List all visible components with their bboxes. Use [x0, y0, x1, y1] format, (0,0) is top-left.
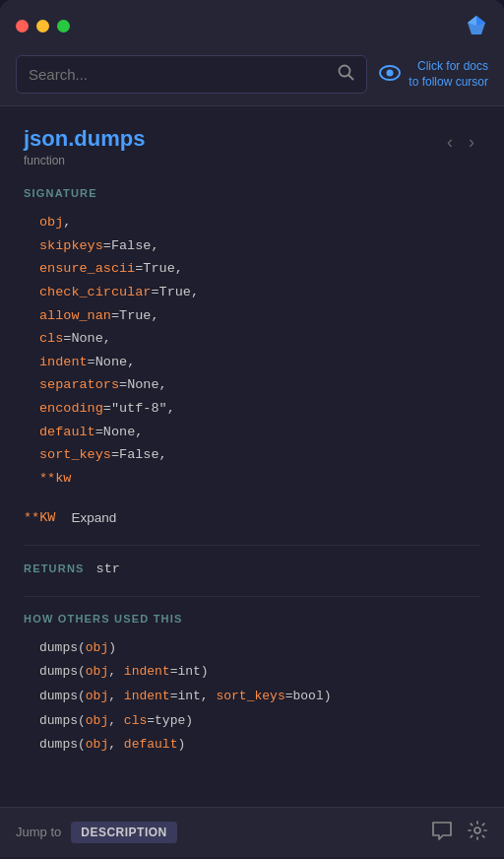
kw-label: **KW	[24, 510, 55, 525]
param-kw: **kw	[39, 467, 480, 491]
search-wrapper[interactable]	[16, 55, 367, 94]
signature-label: SIGNATURE	[24, 187, 480, 199]
param-sort-keys: sort_keys=False,	[39, 443, 480, 467]
search-input[interactable]	[29, 66, 338, 83]
title-bar	[0, 0, 504, 47]
chat-icon[interactable]	[431, 821, 453, 844]
function-type: function	[24, 154, 145, 167]
param-cls: cls=None,	[39, 327, 480, 351]
param-allow-nan: allow_nan=True,	[39, 304, 480, 328]
usage-line-1: dumps(obj)	[39, 636, 480, 661]
search-bar: Click for docs to follow cursor	[0, 47, 504, 106]
usage-label: HOW OTHERS USED THIS	[24, 613, 480, 625]
param-indent: indent=None,	[39, 351, 480, 374]
window-controls	[16, 20, 70, 33]
param-obj: obj,	[39, 211, 480, 234]
svg-point-3	[340, 66, 350, 77]
cursor-follow-label: Click for docs to follow cursor	[409, 59, 488, 90]
nav-arrows: ‹ ›	[441, 130, 480, 155]
jump-to-label: Jump to	[16, 825, 61, 839]
bottom-bar: Jump to DESCRIPTION	[0, 807, 504, 857]
next-arrow[interactable]: ›	[463, 130, 480, 155]
expand-button[interactable]: Expand	[71, 510, 116, 525]
app-icon	[465, 14, 488, 37]
description-button[interactable]: DESCRIPTION	[71, 822, 177, 843]
jump-to-area: Jump to DESCRIPTION	[16, 822, 177, 843]
usage-line-4: dumps(obj, cls=type)	[39, 709, 480, 734]
function-name: json.dumps	[24, 126, 145, 152]
svg-line-4	[349, 76, 353, 80]
eye-icon	[379, 65, 401, 85]
param-default: default=None,	[39, 421, 480, 444]
minimize-button[interactable]	[36, 20, 49, 33]
svg-point-6	[387, 69, 394, 76]
cursor-follow-toggle[interactable]: Click for docs to follow cursor	[379, 59, 488, 90]
prev-arrow[interactable]: ‹	[441, 130, 459, 155]
close-button[interactable]	[16, 20, 29, 33]
function-name-area: json.dumps function	[24, 126, 145, 167]
returns-label: RETURNS	[24, 562, 85, 574]
divider-2	[24, 596, 480, 597]
usage-line-3: dumps(obj, indent=int, sort_keys=bool)	[39, 685, 480, 709]
param-separators: separators=None,	[39, 373, 480, 397]
search-icon	[338, 64, 354, 85]
divider-1	[24, 545, 480, 546]
function-header: json.dumps function ‹ ›	[24, 126, 480, 167]
app-window: Click for docs to follow cursor json.dum…	[0, 0, 504, 859]
settings-icon[interactable]	[467, 820, 488, 845]
signature-code: obj, skipkeys=False, ensure_ascii=True, …	[24, 211, 480, 491]
signature-section: SIGNATURE obj, skipkeys=False, ensure_as…	[24, 187, 480, 491]
usage-line-5: dumps(obj, default)	[39, 733, 480, 758]
bottom-icons	[431, 820, 488, 845]
param-ensure-ascii: ensure_ascii=True,	[39, 257, 480, 281]
param-skipkeys: skipkeys=False,	[39, 234, 480, 258]
kw-row: **KW Expand	[24, 510, 480, 525]
usage-section: HOW OTHERS USED THIS dumps(obj) dumps(ob…	[24, 613, 480, 758]
param-encoding: encoding="utf-8",	[39, 397, 480, 421]
main-content: json.dumps function ‹ › SIGNATURE obj, s…	[0, 106, 504, 807]
svg-point-7	[474, 827, 480, 833]
usage-line-2: dumps(obj, indent=int)	[39, 660, 480, 685]
usage-list: dumps(obj) dumps(obj, indent=int) dumps(…	[24, 636, 480, 758]
maximize-button[interactable]	[57, 20, 70, 33]
param-check-circular: check_circular=True,	[39, 281, 480, 304]
returns-section: RETURNS str	[24, 562, 480, 576]
returns-value: str	[96, 562, 120, 576]
